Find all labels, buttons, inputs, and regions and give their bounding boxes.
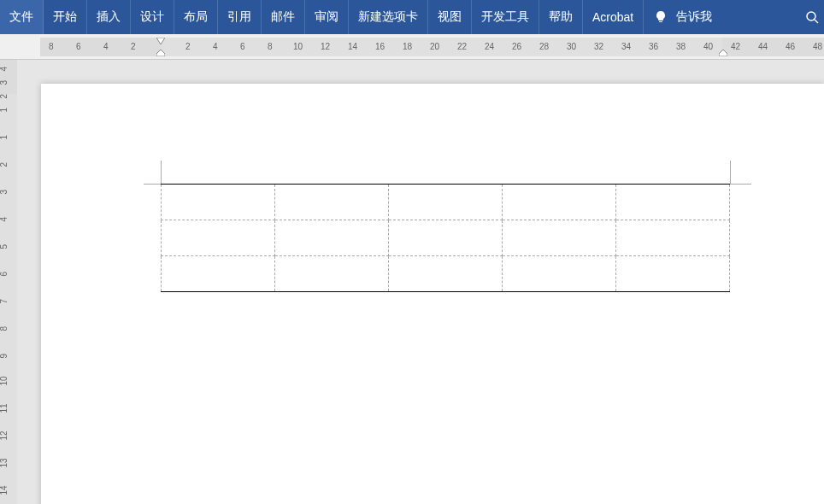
table-cell[interactable]: [389, 256, 503, 292]
vruler-tick: 1: [0, 108, 9, 113]
ruler-tick: 34: [621, 42, 631, 51]
vruler-tick: 2: [0, 162, 9, 167]
ruler-tick: 26: [512, 42, 521, 51]
table-cell[interactable]: [503, 185, 616, 220]
svg-point-0: [807, 12, 815, 21]
vruler-tick: 2: [0, 94, 9, 99]
ruler-tick: 18: [403, 42, 412, 51]
vruler-tick: 10: [0, 376, 9, 385]
vruler-tick: 5: [0, 244, 9, 249]
tell-me[interactable]: 告诉我: [644, 0, 722, 34]
vruler-tick: 14: [0, 485, 9, 495]
ruler-tick: 14: [348, 42, 357, 51]
ruler-tick: 8: [49, 42, 54, 51]
table-cell[interactable]: [162, 185, 275, 220]
tab-developer[interactable]: 开发工具: [472, 0, 539, 34]
tell-me-label: 告诉我: [676, 9, 712, 25]
table-cell[interactable]: [275, 185, 389, 220]
table-cell[interactable]: [389, 185, 503, 220]
table-row[interactable]: [162, 185, 730, 220]
table-cell[interactable]: [503, 256, 616, 292]
vruler-tick: 3: [0, 80, 9, 85]
tab-review[interactable]: 审阅: [305, 0, 349, 34]
ruler-tick: 42: [731, 42, 740, 51]
hanging-indent-marker[interactable]: [156, 50, 165, 56]
table-cell[interactable]: [162, 220, 275, 256]
tab-mailings[interactable]: 邮件: [262, 0, 305, 34]
table-row[interactable]: [162, 220, 730, 256]
right-indent-marker[interactable]: [719, 50, 727, 56]
document-table[interactable]: [161, 184, 730, 292]
ruler-tick: 28: [539, 42, 549, 51]
tab-custom-new[interactable]: 新建选项卡: [349, 0, 428, 34]
ruler-tick: 8: [268, 42, 273, 51]
lightbulb-icon: [654, 10, 668, 24]
ruler-top-margin[interactable]: [0, 60, 17, 94]
tab-home[interactable]: 开始: [44, 0, 87, 34]
table-cell[interactable]: [503, 220, 616, 256]
ruler-tick: 12: [321, 42, 330, 51]
vruler-tick: 12: [0, 431, 9, 440]
ruler-tick: 30: [567, 42, 576, 51]
ruler-tick: 2: [185, 42, 191, 51]
ruler-tick: 38: [676, 42, 686, 51]
ruler-tick: 24: [485, 42, 494, 51]
table-cell[interactable]: [616, 256, 730, 292]
horizontal-ruler[interactable]: 8 6 4 2 2 4 6 8 10 12 14 16 18 20 22 24 …: [0, 34, 824, 60]
table-cell[interactable]: [616, 220, 730, 256]
ruler-tick: 48: [813, 42, 822, 51]
ruler-tick: 16: [375, 42, 385, 51]
first-line-indent-marker[interactable]: [156, 38, 165, 44]
ruler-tick: 46: [786, 42, 795, 51]
vruler-tick: 7: [0, 299, 9, 304]
vruler-tick: 3: [0, 190, 9, 195]
ruler-tick: 20: [430, 42, 439, 51]
workspace: 4 3 2 1 1 2 3 4 5 6 7 8 9 10 11 12 13 14: [0, 60, 824, 504]
ruler-tick: 10: [293, 42, 303, 51]
tab-file[interactable]: 文件: [0, 0, 44, 34]
vruler-tick: 4: [0, 217, 9, 222]
tab-design[interactable]: 设计: [131, 0, 174, 34]
table-row[interactable]: [162, 256, 730, 292]
cursor-guide-left: [161, 161, 162, 184]
ruler-tick: 44: [758, 42, 768, 51]
svg-line-1: [815, 20, 818, 23]
ruler-tick: 40: [703, 42, 713, 51]
table-cell[interactable]: [275, 256, 389, 292]
tab-references[interactable]: 引用: [218, 0, 262, 34]
tab-layout[interactable]: 布局: [174, 0, 218, 34]
tab-view[interactable]: 视图: [428, 0, 472, 34]
ruler-tick: 2: [131, 42, 136, 51]
search-icon[interactable]: [805, 10, 819, 24]
table-cell[interactable]: [162, 256, 275, 292]
table-cell[interactable]: [275, 220, 389, 256]
ruler-tick: 4: [213, 42, 218, 51]
ruler-tick: 4: [103, 42, 109, 51]
table-ext-right: [730, 184, 751, 185]
vruler-tick: 11: [0, 403, 9, 413]
vertical-ruler[interactable]: 4 3 2 1 1 2 3 4 5 6 7 8 9 10 11 12 13 14: [0, 60, 17, 504]
table-ext-left: [144, 184, 161, 185]
table-cell[interactable]: [389, 220, 503, 256]
ribbon-tabs-bar: 文件 开始 插入 设计 布局 引用 邮件 审阅 新建选项卡 视图 开发工具 帮助…: [0, 0, 824, 34]
vruler-tick: 13: [0, 458, 9, 467]
vruler-tick: 6: [0, 272, 9, 277]
ruler-left-margin[interactable]: [40, 38, 160, 56]
tab-insert[interactable]: 插入: [87, 0, 131, 34]
cursor-guide-right: [730, 161, 731, 184]
table-cell[interactable]: [616, 185, 730, 220]
ruler-tick: 6: [76, 42, 81, 51]
document-page[interactable]: [41, 84, 824, 504]
vruler-tick: 4: [0, 67, 9, 72]
vruler-tick: 9: [0, 354, 9, 359]
ruler-tick: 22: [457, 42, 467, 51]
ruler-tick: 36: [649, 42, 658, 51]
vruler-tick: 1: [0, 135, 9, 140]
tab-help[interactable]: 帮助: [539, 0, 583, 34]
page-scroll-area[interactable]: [17, 60, 824, 504]
ruler-tick: 6: [240, 42, 245, 51]
ruler-tick: 32: [594, 42, 603, 51]
vruler-tick: 8: [0, 326, 9, 331]
tab-acrobat[interactable]: Acrobat: [583, 0, 644, 34]
